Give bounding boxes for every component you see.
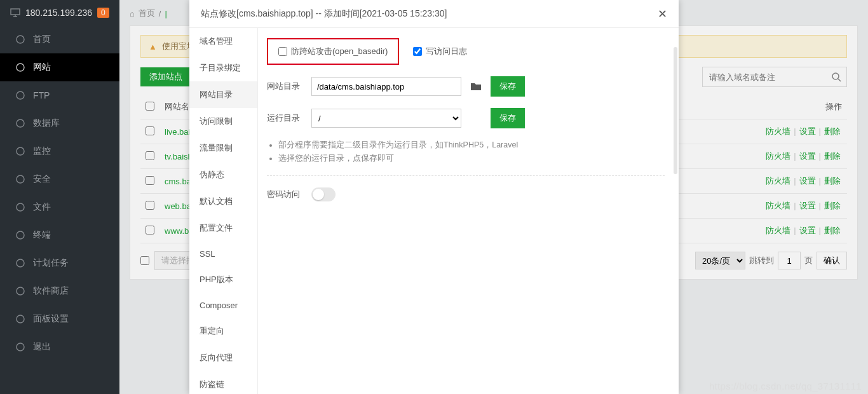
password-access-toggle[interactable] [311,187,336,201]
modal-tab[interactable]: 防盗链 [189,371,257,394]
modal-tab[interactable]: PHP版本 [189,266,257,293]
tip-item: 部分程序需要指定二级目录作为运行目录，如ThinkPHP5，Laravel [278,140,665,151]
modal-title-bar: 站点修改[cms.baishiapp.top] -- 添加时间[2021-03-… [189,0,679,28]
run-dir-select[interactable]: / [311,109,461,128]
open-basedir-checkbox[interactable]: 防跨站攻击(open_basedir) [278,46,388,57]
modal-tab[interactable]: Composer [189,293,257,318]
modal-tab[interactable]: 域名管理 [189,28,257,55]
folder-icon[interactable] [470,81,482,92]
site-edit-modal: 站点修改[cms.baishiapp.top] -- 添加时间[2021-03-… [189,0,679,394]
save-site-dir-button[interactable]: 保存 [491,76,525,97]
modal-tab[interactable]: 子目录绑定 [189,55,257,81]
modal-tab[interactable]: 流量限制 [189,135,257,161]
modal-tab[interactable]: 配置文件 [189,215,257,241]
modal-tab[interactable]: 反向代理 [189,344,257,371]
modal-tab[interactable]: SSL [189,241,257,266]
run-dir-label: 运行目录 [267,112,302,124]
save-run-dir-button[interactable]: 保存 [491,108,525,128]
modal-tab[interactable]: 伪静态 [189,161,257,188]
password-access-label: 密码访问 [267,189,302,200]
close-icon[interactable]: ✕ [658,7,667,21]
modal-tab[interactable]: 默认文档 [189,188,257,215]
modal-tab[interactable]: 重定向 [189,318,257,344]
tips-list: 部分程序需要指定二级目录作为运行目录，如ThinkPHP5，Laravel选择您… [267,140,665,176]
site-dir-input[interactable] [311,77,461,96]
modal-tab[interactable]: 网站目录 [189,81,257,108]
modal-tab[interactable]: 访问限制 [189,108,257,135]
open-basedir-highlight: 防跨站攻击(open_basedir) [267,38,399,65]
modal-side-tabs: 域名管理子目录绑定网站目录访问限制流量限制伪静态默认文档配置文件SSLPHP版本… [189,28,258,394]
tip-item: 选择您的运行目录，点保存即可 [278,153,665,164]
site-dir-label: 网站目录 [267,81,302,92]
access-log-checkbox[interactable]: 写访问日志 [413,46,467,57]
scrollbar[interactable] [674,47,677,174]
modal-content: 防跨站攻击(open_basedir) 写访问日志 网站目录 保存 运行目录 / [258,28,679,394]
modal-title: 站点修改[cms.baishiapp.top] -- 添加时间[2021-03-… [201,8,447,20]
